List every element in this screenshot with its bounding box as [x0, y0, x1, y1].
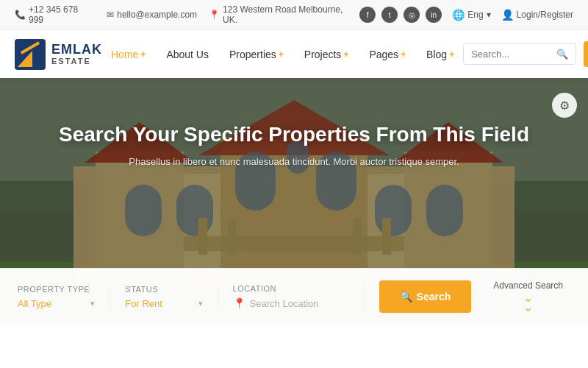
login-register-label: Login/Register [517, 10, 573, 20]
nav-about-label: About Us [166, 49, 209, 60]
nav-search-input[interactable] [471, 49, 552, 60]
logo-text: EMLAK ESTATE [51, 43, 102, 66]
nav-item-properties[interactable]: Properties + [220, 43, 293, 66]
logo-brand-bottom: ESTATE [51, 57, 102, 66]
settings-button[interactable]: ⚙ [552, 93, 577, 118]
location-label: Location [233, 284, 349, 293]
email-contact: ✉ hello@example.com [107, 10, 197, 20]
main-navigation: EMLAK ESTATE Home + About Us Properties … [0, 30, 588, 78]
status-label: Status [125, 285, 202, 294]
property-type-field: Property Type All Type ▾ [18, 285, 110, 309]
language-selector[interactable]: 🌐 Eng ▾ [452, 9, 490, 21]
facebook-icon[interactable]: f [359, 7, 376, 23]
language-label: Eng [467, 10, 483, 20]
flag-icon: 🌐 [452, 9, 465, 21]
location-input-row[interactable]: 📍 Search Location [233, 297, 349, 309]
social-icons-group: f t ◎ in [359, 7, 442, 23]
phone-contact: 📞 +12 345 678 999 [15, 4, 95, 25]
advanced-search-label: Advanced Search [493, 280, 563, 291]
advanced-search-arrows-icon: ⌄⌄ [493, 294, 563, 313]
instagram-icon[interactable]: ◎ [404, 7, 420, 23]
projects-plus-icon: + [343, 49, 348, 60]
status-field: Status For Rent ▾ [110, 285, 218, 309]
top-bar-contacts: 📞 +12 345 678 999 ✉ hello@example.com 📍 … [15, 4, 359, 25]
nav-item-blog[interactable]: Blog + [417, 43, 463, 66]
search-panel: Property Type All Type ▾ Status For Rent… [0, 268, 588, 325]
search-button-icon: 🔍 [400, 291, 412, 302]
hero-content: Search Your Specific Properties From Thi… [0, 78, 588, 167]
nav-right-section: 🔍 Add Property [463, 41, 588, 67]
property-type-value: All Type [18, 298, 51, 309]
hero-title: Search Your Specific Properties From Thi… [0, 122, 588, 147]
advanced-search-toggle[interactable]: Advanced Search ⌄⌄ [486, 280, 570, 313]
property-type-chevron-icon: ▾ [90, 299, 95, 308]
blog-plus-icon: + [449, 49, 454, 60]
map-pin-icon: 📍 [209, 10, 220, 20]
nav-properties-label: Properties [229, 49, 276, 60]
logo-triangle [18, 51, 32, 67]
email-address: hello@example.com [117, 10, 197, 20]
nav-item-projects[interactable]: Projects + [295, 43, 358, 66]
location-placeholder-text: Search Location [250, 298, 319, 309]
nav-item-about[interactable]: About Us [157, 43, 218, 66]
nav-blog-label: Blog [426, 49, 447, 60]
property-type-select[interactable]: All Type ▾ [18, 298, 95, 309]
email-icon: ✉ [107, 10, 114, 20]
status-value: For Rent [125, 298, 162, 309]
search-button-label: Search [417, 291, 451, 302]
location-field: Location 📍 Search Location [218, 284, 365, 309]
nav-search-box[interactable]: 🔍 [463, 43, 576, 65]
search-button[interactable]: 🔍 Search [379, 280, 472, 313]
address-contact: 📍 123 Western Road Melbourne, UK. [209, 4, 359, 25]
hero-section: ⚙ Search Your Specific Properties From T… [0, 78, 588, 325]
nav-links: Home + About Us Properties + Projects + … [102, 43, 463, 66]
hero-subtitle: Phasellus in libero et nunc malesuada ti… [0, 156, 588, 167]
nav-item-pages[interactable]: Pages + [360, 43, 415, 66]
home-plus-icon: + [140, 49, 146, 60]
nav-search-icon[interactable]: 🔍 [556, 49, 568, 60]
nav-item-home[interactable]: Home + [102, 43, 154, 66]
lang-chevron-icon: ▾ [487, 10, 491, 20]
pages-plus-icon: + [401, 49, 406, 60]
top-bar: 📞 +12 345 678 999 ✉ hello@example.com 📍 … [0, 0, 588, 30]
logo[interactable]: EMLAK ESTATE [15, 39, 102, 70]
nav-pages-label: Pages [369, 49, 398, 60]
properties-plus-icon: + [279, 49, 284, 60]
location-pin-icon: 📍 [233, 297, 245, 309]
status-select[interactable]: For Rent ▾ [125, 298, 202, 309]
address-text: 123 Western Road Melbourne, UK. [223, 4, 359, 25]
user-icon: 👤 [501, 9, 514, 21]
twitter-icon[interactable]: t [381, 7, 398, 23]
phone-number: +12 345 678 999 [29, 4, 95, 25]
linkedin-icon[interactable]: in [426, 7, 442, 23]
login-register-link[interactable]: 👤 Login/Register [501, 9, 573, 21]
logo-brand-top: EMLAK [51, 43, 102, 57]
property-type-label: Property Type [18, 285, 95, 294]
status-chevron-icon: ▾ [198, 299, 203, 308]
logo-icon [15, 39, 46, 70]
phone-icon: 📞 [15, 10, 26, 20]
top-bar-right: f t ◎ in 🌐 Eng ▾ 👤 Login/Register [359, 7, 573, 23]
add-property-button[interactable]: Add Property [584, 41, 588, 67]
nav-projects-label: Projects [304, 49, 342, 60]
nav-home-label: Home [111, 49, 138, 60]
